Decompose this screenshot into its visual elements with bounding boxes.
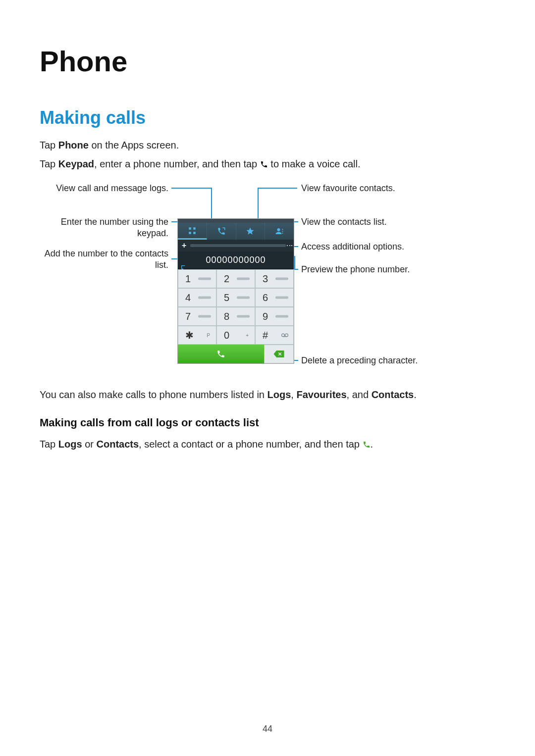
text: or <box>82 439 97 450</box>
keypad-icon <box>188 226 197 235</box>
paragraph-1: Tap Phone on the Apps screen. <box>40 137 495 153</box>
text: . <box>371 439 374 450</box>
bottom-row <box>178 345 294 363</box>
key-digit: 9 <box>263 311 268 322</box>
key-8[interactable]: 8 <box>216 307 255 326</box>
svg-rect-6 <box>282 231 283 232</box>
status-bar <box>178 219 294 223</box>
backspace-icon <box>273 351 284 357</box>
paragraph-2: Tap Keypad, enter a phone number, and th… <box>40 156 495 172</box>
tab-contacts[interactable] <box>265 223 294 240</box>
suggestion-placeholder <box>190 244 286 247</box>
svg-point-9 <box>285 334 288 337</box>
text: , and <box>347 389 372 400</box>
key-star[interactable]: ✱P <box>178 326 216 345</box>
backspace-button[interactable] <box>264 345 294 363</box>
phone-icon <box>260 160 268 168</box>
suggestion-bar[interactable]: + ⋮ <box>178 240 294 252</box>
bold-favourites: Favourites <box>296 389 346 400</box>
key-9[interactable]: 9 <box>255 307 294 326</box>
key-digit: 6 <box>263 292 268 303</box>
key-6[interactable]: 6 <box>255 288 294 307</box>
phone-icon <box>216 350 225 358</box>
svg-rect-7 <box>282 233 283 234</box>
bold-contacts: Contacts <box>372 389 414 400</box>
voicemail-icon <box>281 333 288 338</box>
text: You can also make calls to phone numbers… <box>40 389 268 400</box>
key-digit: 0 <box>224 330 229 341</box>
text: , enter a phone number, and then tap <box>94 158 260 169</box>
key-digit: # <box>263 330 268 341</box>
paragraph-4: Tap Logs or Contacts, select a contact o… <box>40 436 495 452</box>
key-4[interactable]: 4 <box>178 288 216 307</box>
bold-logs: Logs <box>268 389 291 400</box>
label-favourites: View favourite contacts. <box>301 183 445 194</box>
label-contacts-list: View the contacts list. <box>301 216 445 228</box>
key-5[interactable]: 5 <box>216 288 255 307</box>
key-2[interactable]: 2 <box>216 269 255 288</box>
text: , <box>291 389 296 400</box>
label-preview: Preview the phone number. <box>301 264 445 275</box>
bold-logs: Logs <box>58 439 82 450</box>
label-more-options: Access additional options. <box>301 241 445 252</box>
bold-keypad: Keypad <box>58 158 94 169</box>
page-title: Phone <box>40 45 495 78</box>
tab-keypad[interactable] <box>178 223 207 240</box>
text: on the Apps screen. <box>89 140 179 151</box>
keypad: 1 2 3 4 5 6 7 8 9 ✱P 0+ # <box>178 269 294 345</box>
label-add-contact: Add the number to the contacts list. <box>40 248 168 271</box>
key-7[interactable]: 7 <box>178 307 216 326</box>
text: , select a contact or a phone number, an… <box>139 439 362 450</box>
key-1[interactable]: 1 <box>178 269 216 288</box>
phone-icon <box>363 441 371 449</box>
key-digit: 5 <box>224 292 229 303</box>
bold-phone: Phone <box>58 140 89 151</box>
key-hash[interactable]: # <box>255 326 294 345</box>
key-digit: 8 <box>224 311 229 322</box>
svg-rect-5 <box>282 229 283 230</box>
label-delete: Delete a preceding character. <box>301 355 445 366</box>
key-digit: 3 <box>263 273 268 285</box>
key-sub: P <box>207 333 210 338</box>
label-keypad: Enter the number using the keypad. <box>40 216 168 240</box>
bold-contacts: Contacts <box>97 439 139 450</box>
text: to make a voice call. <box>268 158 361 169</box>
text: Tap <box>40 439 58 450</box>
svg-point-8 <box>282 334 285 337</box>
subsection-title: Making calls from call logs or contacts … <box>40 416 495 429</box>
section-title: Making calls <box>40 107 495 128</box>
key-digit: 2 <box>224 273 229 285</box>
logs-icon <box>217 227 226 236</box>
paragraph-3: You can also make calls to phone numbers… <box>40 387 495 403</box>
page-number: 44 <box>0 724 535 734</box>
key-digit: ✱ <box>185 329 194 341</box>
key-digit: 1 <box>185 273 191 285</box>
text: Tap <box>40 140 58 151</box>
contacts-icon <box>275 227 284 236</box>
phone-mockup: + ⋮ 00000000000 1 2 3 4 5 6 7 8 9 ✱P 0+ … <box>177 218 294 364</box>
svg-rect-0 <box>189 227 191 230</box>
key-digit: 4 <box>185 292 191 303</box>
key-sub: + <box>246 333 249 338</box>
key-3[interactable]: 3 <box>255 269 294 288</box>
label-logs: View call and message logs. <box>40 183 168 194</box>
star-icon <box>246 227 255 236</box>
tab-logs[interactable] <box>207 223 236 240</box>
svg-point-4 <box>277 228 280 231</box>
tab-bar <box>178 223 294 240</box>
phone-number-preview: 00000000000 <box>206 255 266 265</box>
svg-rect-1 <box>193 227 196 230</box>
text: Tap <box>40 158 58 169</box>
plus-icon: + <box>182 241 186 250</box>
key-0[interactable]: 0+ <box>216 326 255 345</box>
svg-rect-2 <box>189 232 191 234</box>
text: . <box>414 389 417 400</box>
tab-favourites[interactable] <box>236 223 266 240</box>
annotated-diagram: View call and message logs. Enter the nu… <box>40 182 495 376</box>
svg-rect-3 <box>193 232 196 234</box>
key-digit: 7 <box>185 311 191 322</box>
call-button[interactable] <box>178 345 264 363</box>
number-display: 00000000000 <box>178 252 294 269</box>
